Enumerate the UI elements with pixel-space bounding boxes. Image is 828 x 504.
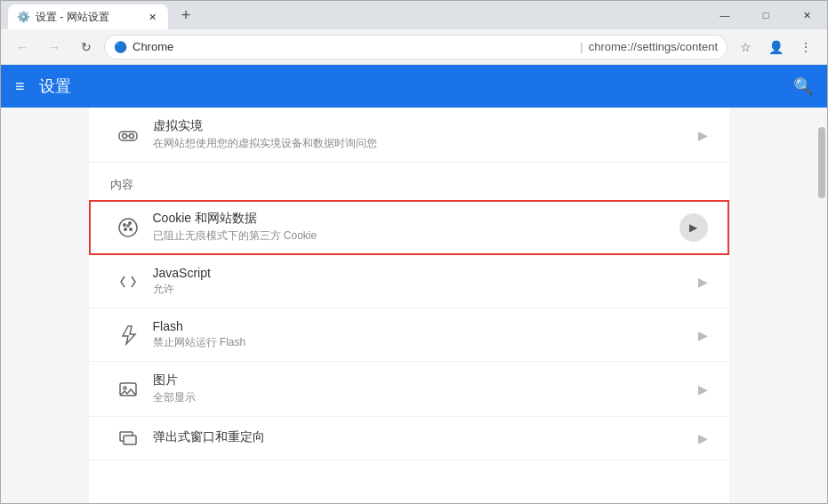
scrollbar[interactable] (816, 108, 827, 503)
images-item[interactable]: 图片 全部显示 ▶ (89, 362, 729, 417)
popup-arrow: ▶ (698, 431, 708, 445)
forward-button[interactable]: → (40, 33, 68, 61)
maximize-button[interactable]: □ (745, 1, 786, 29)
popup-item[interactable]: 弹出式窗口和重定向 ▶ (89, 417, 729, 460)
cookie-title: Cookie 和网站数据 (153, 211, 679, 227)
cookie-subtitle: 已阻止无痕模式下的第三方 Cookie (153, 228, 679, 244)
javascript-icon (110, 271, 146, 292)
back-button[interactable]: ← (8, 33, 36, 61)
cookie-text: Cookie 和网站数据 已阻止无痕模式下的第三方 Cookie (146, 211, 679, 244)
flash-icon (110, 324, 146, 346)
flash-item[interactable]: Flash 禁止网站运行 Flash ▶ (89, 308, 729, 362)
reload-button[interactable]: ↻ (72, 33, 100, 61)
virtual-reality-text: 虚拟实境 在网站想使用您的虚拟实境设备和数据时询问您 (146, 118, 698, 151)
address-separator: | (580, 40, 583, 53)
virtual-reality-icon (110, 124, 146, 146)
popup-title: 弹出式窗口和重定向 (153, 429, 698, 445)
flash-subtitle: 禁止网站运行 Flash (153, 335, 698, 350)
titlebar: ⚙️ 设置 - 网站设置 ✕ + — □ ✕ (1, 1, 827, 29)
popup-text: 弹出式窗口和重定向 (146, 429, 698, 447)
svg-point-11 (124, 387, 126, 389)
images-arrow: ▶ (698, 382, 708, 396)
tab-label: 设置 - 网站设置 (36, 10, 109, 25)
popup-icon (110, 428, 146, 449)
svg-point-6 (128, 221, 130, 223)
bookmark-button[interactable]: ☆ (731, 33, 760, 61)
virtual-reality-arrow: ▶ (698, 128, 708, 142)
flash-arrow: ▶ (698, 328, 708, 342)
minimize-button[interactable]: — (704, 1, 745, 29)
addressbar: ← → ↻ 🔵 Chrome | chrome://settings/conte… (1, 29, 827, 65)
active-tab[interactable]: ⚙️ 设置 - 网站设置 ✕ (8, 4, 168, 29)
content-section-label: 内容 (89, 163, 729, 200)
cookie-arrow: ▶ (679, 213, 708, 242)
images-subtitle: 全部显示 (153, 390, 698, 405)
close-button[interactable]: ✕ (786, 1, 827, 29)
site-icon: 🔵 (114, 41, 127, 53)
svg-point-9 (127, 225, 129, 227)
javascript-subtitle: 允许 (153, 282, 698, 297)
svg-point-8 (129, 228, 131, 229)
header-search-icon[interactable]: 🔍 (793, 76, 813, 96)
svg-point-4 (119, 219, 137, 236)
scrollbar-thumb[interactable] (818, 127, 825, 198)
tab-favicon: ⚙️ (17, 11, 30, 23)
main-content: 虚拟实境 在网站想使用您的虚拟实境设备和数据时询问您 ▶ 内容 (89, 108, 729, 503)
svg-rect-13 (124, 436, 136, 444)
javascript-text: JavaScript 允许 (146, 266, 698, 297)
svg-point-7 (124, 228, 125, 229)
menu-button[interactable]: ⋮ (792, 33, 820, 61)
virtual-reality-item[interactable]: 虚拟实境 在网站想使用您的虚拟实境设备和数据时询问您 ▶ (89, 108, 729, 163)
svg-point-2 (129, 133, 133, 138)
address-url: chrome://settings/content (589, 40, 718, 53)
flash-title: Flash (153, 319, 698, 333)
site-label: Chrome (133, 40, 575, 53)
images-text: 图片 全部显示 (146, 372, 698, 405)
header-title: 设置 (39, 76, 779, 97)
svg-point-5 (123, 223, 125, 225)
flash-text: Flash 禁止网站运行 Flash (146, 319, 698, 350)
new-tab-button[interactable]: + (173, 3, 198, 28)
images-title: 图片 (153, 372, 698, 388)
virtual-reality-title: 虚拟实境 (153, 118, 698, 134)
virtual-reality-subtitle: 在网站想使用您的虚拟实境设备和数据时询问您 (153, 136, 698, 151)
toolbar-right: ☆ 👤 ⋮ (731, 33, 820, 61)
window-controls: — □ ✕ (704, 1, 827, 29)
tab-close-button[interactable]: ✕ (145, 10, 159, 24)
javascript-arrow: ▶ (698, 275, 708, 289)
javascript-title: JavaScript (153, 266, 698, 280)
svg-point-1 (122, 133, 126, 138)
content-area: 虚拟实境 在网站想使用您的虚拟实境设备和数据时询问您 ▶ 内容 (1, 108, 827, 503)
javascript-item[interactable]: JavaScript 允许 ▶ (89, 255, 729, 308)
tab-area: ⚙️ 设置 - 网站设置 ✕ + (1, 1, 198, 29)
cookie-item[interactable]: Cookie 和网站数据 已阻止无痕模式下的第三方 Cookie ▶ (89, 200, 729, 255)
browser-window: ⚙️ 设置 - 网站设置 ✕ + — □ ✕ ← → ↻ 🔵 Chrome | … (0, 0, 828, 504)
address-box[interactable]: 🔵 Chrome | chrome://settings/content (104, 35, 728, 60)
settings-header: ≡ 设置 🔍 (1, 65, 827, 108)
images-icon (110, 379, 146, 400)
account-button[interactable]: 👤 (761, 33, 790, 61)
hamburger-icon[interactable]: ≡ (15, 77, 25, 96)
cookie-icon (110, 217, 146, 238)
